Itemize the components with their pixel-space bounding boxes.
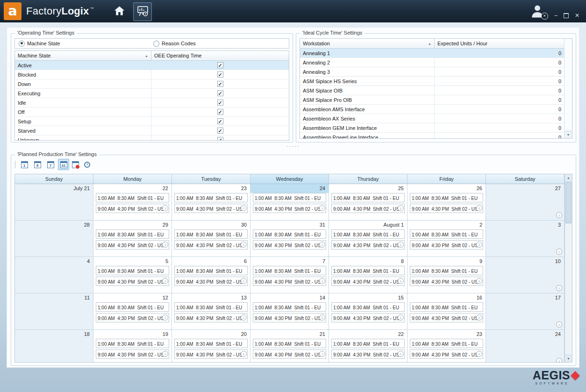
machine-state-row[interactable]: Starved✓ (15, 126, 289, 135)
calendar-day-cell[interactable]: 191:00 AM 8:30 AM Shift 01 - EU9:00 AM 4… (93, 330, 172, 363)
appointment-overflow-icon[interactable]: ↓ (241, 278, 247, 284)
appointment-overflow-icon[interactable]: ↓ (398, 205, 404, 211)
appointment-overflow-icon[interactable]: ↓ (162, 278, 168, 284)
shift-entry[interactable]: 9:00 AM 4:30 PM Shift 02 - US↓ (331, 349, 405, 359)
view-31-day-button[interactable]: 31 (58, 159, 69, 170)
shift-entry[interactable]: 1:00 AM 8:30 AM Shift 01 - EU (410, 193, 483, 202)
shift-entry[interactable]: 1:00 AM 8:30 AM Shift 01 - EU (174, 302, 248, 312)
appointment-overflow-icon[interactable]: ↓ (476, 242, 482, 248)
calendar-day-cell[interactable]: 71:00 AM 8:30 AM Shift 01 - EU9:00 AM 4:… (250, 257, 329, 293)
appointment-overflow-icon[interactable]: ↓ (556, 321, 562, 328)
shift-entry[interactable]: 1:00 AM 8:30 AM Shift 01 - EU (331, 302, 405, 312)
shift-entry[interactable]: 9:00 AM 4:30 PM Shift 02 - US↓ (253, 240, 326, 249)
shift-entry[interactable]: 1:00 AM 8:30 AM Shift 01 - EU (253, 302, 326, 312)
shift-entry[interactable]: 1:00 AM 8:30 AM Shift 01 - EU (174, 193, 248, 202)
close-button[interactable]: ✕ (575, 13, 579, 18)
calendar-day-cell[interactable]: 311:00 AM 8:30 AM Shift 01 - EU9:00 AM 4… (250, 221, 329, 257)
workstation-scrollbar[interactable]: ▼ (564, 39, 572, 138)
workstation-row[interactable]: Assembleon GEM Line Interface0 (300, 123, 565, 133)
appointment-overflow-icon[interactable]: ↓ (319, 314, 325, 321)
workstation-row[interactable]: ASM Siplace Pro OIB0 (300, 95, 565, 105)
appointment-overflow-icon[interactable]: ↓ (319, 278, 325, 284)
appointment-overflow-icon[interactable]: ↓ (241, 242, 247, 248)
appointment-overflow-icon[interactable]: ↓ (398, 314, 404, 321)
shift-entry[interactable]: 1:00 AM 8:30 AM Shift 01 - EU (410, 266, 483, 275)
shift-entry[interactable]: 1:00 AM 8:30 AM Shift 01 - EU (96, 193, 169, 202)
shift-entry[interactable]: 9:00 AM 4:30 PM Shift 02 - US↓ (174, 277, 248, 286)
view-5-day-button[interactable]: 5 (32, 159, 43, 170)
calendar-day-cell[interactable]: 231:00 AM 8:30 AM Shift 01 - EU9:00 AM 4… (172, 184, 250, 221)
oee-checkbox[interactable]: ✓ (217, 109, 223, 115)
shift-entry[interactable]: 9:00 AM 4:30 PM Shift 02 - US↓ (96, 277, 169, 286)
shift-entry[interactable]: 9:00 AM 4:30 PM Shift 02 - US↓ (253, 313, 326, 322)
appointment-overflow-icon[interactable]: ↓ (476, 205, 482, 211)
calendar-day-cell[interactable]: 28 (15, 221, 93, 257)
appointment-overflow-icon[interactable]: ↓ (319, 351, 325, 357)
machine-state-row[interactable]: Setup✓ (15, 117, 289, 126)
shift-entry[interactable]: 1:00 AM 8:30 AM Shift 01 - EU (96, 339, 169, 348)
oee-checkbox[interactable]: ✓ (217, 90, 223, 96)
scroll-up-button[interactable]: ▲ (565, 174, 572, 182)
shift-entry[interactable]: 1:00 AM 8:30 AM Shift 01 - EU (174, 339, 248, 348)
machine-state-row[interactable]: Active✓ (15, 61, 289, 70)
shift-entry[interactable]: 9:00 AM 4:30 PM Shift 02 - US↓ (331, 277, 405, 286)
calendar-day-cell[interactable]: 221:00 AM 8:30 AM Shift 01 - EU9:00 AM 4… (329, 330, 407, 363)
oee-checkbox[interactable]: ✓ (217, 137, 223, 141)
shift-entry[interactable]: 1:00 AM 8:30 AM Shift 01 - EU (96, 229, 169, 239)
calendar-scrollbar[interactable]: ▲ ▼ (565, 174, 572, 362)
scroll-down-button[interactable]: ▼ (565, 355, 572, 362)
oee-checkbox[interactable]: ✓ (217, 71, 223, 78)
column-header-machine-state[interactable]: Machine State ▲ (15, 51, 151, 60)
shift-entry[interactable]: 9:00 AM 4:30 PM Shift 02 - US↓ (174, 240, 248, 249)
shift-entry[interactable]: 1:00 AM 8:30 AM Shift 01 - EU (253, 266, 326, 275)
oee-settings-button[interactable] (133, 2, 152, 21)
calendar-day-cell[interactable]: 141:00 AM 8:30 AM Shift 01 - EU9:00 AM 4… (250, 293, 329, 330)
calendar-day-cell[interactable]: 201:00 AM 8:30 AM Shift 01 - EU9:00 AM 4… (172, 330, 250, 363)
shift-entry[interactable]: 1:00 AM 8:30 AM Shift 01 - EU (410, 229, 483, 239)
shift-entry[interactable]: 1:00 AM 8:30 AM Shift 01 - EU (331, 193, 405, 202)
calendar-day-cell[interactable]: 241:00 AM 8:30 AM Shift 01 - EU9:00 AM 4… (250, 184, 329, 221)
machine-state-row[interactable]: Executing✓ (15, 89, 289, 98)
view-1-day-button[interactable]: 1 (19, 159, 30, 170)
shift-entry[interactable]: 9:00 AM 4:30 PM Shift 02 - US↓ (253, 204, 326, 213)
shift-entry[interactable]: 1:00 AM 8:30 AM Shift 01 - EU (253, 339, 326, 348)
workstation-row[interactable]: Annealing 20 (300, 58, 565, 67)
calendar-day-cell[interactable]: 151:00 AM 8:30 AM Shift 01 - EU9:00 AM 4… (329, 293, 407, 330)
machine-state-row[interactable]: Idle✓ (15, 98, 289, 107)
appointment-overflow-icon[interactable]: ↓ (319, 242, 325, 248)
workstation-row[interactable]: Assembleon AX Series0 (300, 114, 565, 123)
appointment-overflow-icon[interactable]: ↓ (241, 314, 247, 321)
shift-entry[interactable]: 9:00 AM 4:30 PM Shift 02 - US↓ (174, 204, 248, 213)
appointment-overflow-icon[interactable]: ↓ (241, 351, 247, 357)
calendar-day-cell[interactable]: 18 (15, 330, 93, 363)
calendar-day-cell[interactable]: 211:00 AM 8:30 AM Shift 01 - EU9:00 AM 4… (250, 330, 329, 363)
radio-machine-state[interactable]: Machine State (19, 41, 153, 47)
calendar-day-cell[interactable]: 131:00 AM 8:30 AM Shift 01 - EU9:00 AM 4… (172, 293, 250, 330)
appointment-overflow-icon[interactable]: ↓ (319, 205, 325, 211)
shift-entry[interactable]: 9:00 AM 4:30 PM Shift 02 - US↓ (410, 313, 483, 322)
user-logout-button[interactable]: ✕ (529, 3, 547, 21)
machine-state-row[interactable]: Blocked✓ (15, 70, 289, 79)
oee-checkbox[interactable]: ✓ (217, 128, 223, 134)
appointment-overflow-icon[interactable]: ↓ (162, 242, 168, 248)
working-time-exceptions-button[interactable] (70, 159, 81, 170)
column-header-workstation[interactable]: Workstation ▲ (300, 39, 435, 48)
workstation-row[interactable]: Assembleon PowerLine Interface0 (300, 133, 565, 139)
calendar-day-cell[interactable]: 4 (15, 257, 93, 293)
shift-entry[interactable]: 1:00 AM 8:30 AM Shift 01 - EU (331, 229, 405, 239)
calendar-day-cell[interactable]: 11 (15, 293, 93, 330)
shift-entry[interactable]: 1:00 AM 8:30 AM Shift 01 - EU (331, 339, 405, 348)
shift-entry[interactable]: 9:00 AM 4:30 PM Shift 02 - US↓ (253, 277, 326, 286)
appointment-overflow-icon[interactable]: ↓ (162, 205, 168, 211)
shift-entry[interactable]: 9:00 AM 4:30 PM Shift 02 - US↓ (174, 349, 248, 359)
calendar-day-cell[interactable]: 61:00 AM 8:30 AM Shift 01 - EU9:00 AM 4:… (172, 257, 250, 293)
machine-state-row[interactable]: Unknown✓ (15, 135, 289, 141)
calendar-day-cell[interactable]: 291:00 AM 8:30 AM Shift 01 - EU9:00 AM 4… (93, 221, 172, 257)
shift-entry[interactable]: 9:00 AM 4:30 PM Shift 02 - US↓ (410, 204, 483, 213)
appointment-overflow-icon[interactable]: ↓ (398, 278, 404, 284)
scrollbar-thumb[interactable] (565, 182, 572, 223)
workstation-row[interactable]: Assembleon AMS Interface0 (300, 105, 565, 114)
calendar-day-cell[interactable]: 21:00 AM 8:30 AM Shift 01 - EU9:00 AM 4:… (407, 221, 486, 257)
home-button[interactable] (112, 5, 126, 19)
calendar-day-cell[interactable]: 17↓ (486, 293, 565, 330)
